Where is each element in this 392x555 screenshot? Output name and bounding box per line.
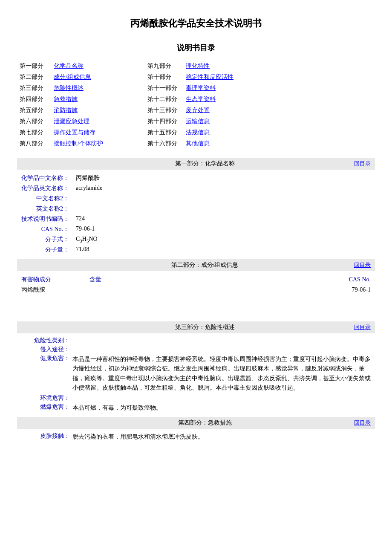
section1-info-table: 化学品中文名称：丙烯酰胺化学品英文名称：acrylamide中文名称2：英文名称… [17, 173, 375, 255]
toc-label-left-7[interactable]: 接触控制/个体防护 [51, 138, 145, 149]
section1-label-3: 英文名称2： [17, 204, 72, 214]
section1-value-0: 丙烯酰胺 [72, 173, 375, 183]
toc-part-right-0: 第九部分 [145, 61, 183, 72]
section4-value-0: 脱去污染的衣着，用肥皂水和清水彻底冲洗皮肤。 [72, 432, 375, 442]
section1-label-0: 化学品中文名称： [17, 173, 72, 183]
section3-row-0: 危险性类别： [17, 337, 375, 344]
section1-value-2 [72, 194, 375, 204]
toc-table: 第一部分化学品名称第九部分理化特性第二部分成分/组成信息第十部分稳定性和反应活性… [17, 61, 375, 149]
toc-label-right-3[interactable]: 生态学资料 [183, 94, 375, 105]
toc-part-right-3: 第十二部分 [145, 94, 183, 105]
section2-back-link[interactable]: 回目录 [354, 261, 371, 269]
section4-title: 第四部分：急救措施 [55, 419, 354, 427]
col-component: 有害物成分 [17, 275, 85, 285]
toc-part-left-3: 第四部分 [17, 94, 51, 105]
section3-label-0: 危险性类别： [17, 337, 72, 344]
section1-back-link[interactable]: 回目录 [354, 160, 371, 168]
section4-label-0: 皮肤接触： [17, 432, 72, 442]
section3-value-2: 本品是一种蓄积性的神经毒物，主要损害神经系统。轻度中毒以周围神经损害为主；重度可… [72, 355, 375, 393]
section3-label-3: 环境危害： [17, 394, 72, 402]
section2-header: 第二部分：成分/组成信息 回目录 [17, 259, 375, 271]
toc-part-left-1: 第二部分 [17, 72, 51, 83]
toc-part-left-2: 第三部分 [17, 83, 51, 94]
comp-cas-0: 79-06-1 [213, 285, 375, 295]
section1-label-2: 中文名称2： [17, 194, 72, 204]
section3-value-0 [72, 337, 375, 344]
toc-label-left-5[interactable]: 泄漏应急处理 [51, 116, 145, 127]
section4-row-0: 皮肤接触：脱去污染的衣着，用肥皂水和清水彻底冲洗皮肤。 [17, 432, 375, 442]
toc-heading: 说明书目录 [17, 43, 375, 53]
toc-label-left-1[interactable]: 成分/组成信息 [51, 72, 145, 83]
section3-row-1: 侵入途径： [17, 346, 375, 353]
section3-value-1 [72, 346, 375, 353]
section3-title: 第三部分：危险性概述 [55, 324, 354, 331]
toc-label-right-5[interactable]: 运输信息 [183, 116, 375, 127]
comp-content-0 [85, 285, 213, 295]
toc-part-left-7: 第八部分 [17, 138, 51, 149]
toc-label-right-0[interactable]: 理化特性 [183, 61, 375, 72]
toc-part-right-7: 第十六部分 [145, 138, 183, 149]
section1-label-1: 化学品英文名称： [17, 183, 72, 194]
section1-header: 第一部分：化学品名称 回目录 [17, 158, 375, 170]
section3-fields: 危险性类别：侵入途径：健康危害：本品是一种蓄积性的神经毒物，主要损害神经系统。轻… [17, 337, 375, 413]
toc-label-right-7[interactable]: 其他信息 [183, 138, 375, 149]
section4-fields: 皮肤接触：脱去污染的衣着，用肥皂水和清水彻底冲洗皮肤。 [17, 432, 375, 442]
toc-label-right-1[interactable]: 稳定性和反应活性 [183, 72, 375, 83]
section1-label-6: 分子式： [17, 234, 72, 245]
section3-row-3: 环境危害： [17, 394, 375, 402]
section1-value-3 [72, 204, 375, 214]
section3-header: 第三部分：危险性概述 回目录 [17, 321, 375, 333]
section4-back-link[interactable]: 回目录 [354, 419, 371, 427]
toc-label-right-4[interactable]: 废弃处置 [183, 105, 375, 116]
section1-value-1: acrylamide [72, 183, 375, 194]
comp-name-0: 丙烯酰胺 [17, 285, 85, 295]
section1-value-7: 71.08 [72, 245, 375, 255]
section3-label-4: 燃爆危害： [17, 403, 72, 413]
section3-label-2: 健康危害： [17, 355, 72, 393]
section1-label-4: 技术说明书编码： [17, 214, 72, 224]
toc-part-left-6: 第七部分 [17, 127, 51, 138]
toc-part-left-4: 第五部分 [17, 105, 51, 116]
toc-part-right-5: 第十四部分 [145, 116, 183, 127]
toc-part-right-6: 第十五部分 [145, 127, 183, 138]
section3-back-link[interactable]: 回目录 [354, 324, 371, 331]
toc-label-left-6[interactable]: 操作处置与储存 [51, 127, 145, 138]
toc-part-right-4: 第十三部分 [145, 105, 183, 116]
section1-value-6: C3H5NO [72, 234, 375, 245]
section1-value-5: 79-06-1 [72, 224, 375, 234]
page-title: 丙烯酰胺化学品安全技术说明书 [17, 17, 375, 30]
toc-part-left-5: 第六部分 [17, 116, 51, 127]
toc-label-left-0[interactable]: 化学品名称 [51, 61, 145, 72]
section2-comp-table: 有害物成分 含量 CAS No. 丙烯酰胺79-06-1 [17, 275, 375, 295]
toc-label-left-2[interactable]: 危险性概述 [51, 83, 145, 94]
section1-value-4: 724 [72, 214, 375, 224]
section3-row-4: 燃爆危害：本品可燃，有毒，为可疑致癌物。 [17, 403, 375, 413]
toc-label-right-2[interactable]: 毒理学资料 [183, 83, 375, 94]
col-content: 含量 [85, 275, 213, 285]
section1-title: 第一部分：化学品名称 [55, 160, 354, 168]
section3-value-3 [72, 394, 375, 402]
section3-label-1: 侵入途径： [17, 346, 72, 353]
toc-part-left-0: 第一部分 [17, 61, 51, 72]
section3-row-2: 健康危害：本品是一种蓄积性的神经毒物，主要损害神经系统。轻度中毒以周围神经损害为… [17, 355, 375, 393]
toc-label-left-3[interactable]: 急救措施 [51, 94, 145, 105]
toc-label-right-6[interactable]: 法规信息 [183, 127, 375, 138]
toc-part-right-2: 第十一部分 [145, 83, 183, 94]
section2-title: 第二部分：成分/组成信息 [55, 261, 354, 269]
section1-label-5: CAS No.： [17, 224, 72, 234]
col-cas: CAS No. [213, 275, 375, 285]
toc-part-right-1: 第十部分 [145, 72, 183, 83]
section1-label-7: 分子量： [17, 245, 72, 255]
toc-label-left-4[interactable]: 消防措施 [51, 105, 145, 116]
section3-value-4: 本品可燃，有毒，为可疑致癌物。 [72, 403, 375, 413]
section4-header: 第四部分：急救措施 回目录 [17, 417, 375, 429]
